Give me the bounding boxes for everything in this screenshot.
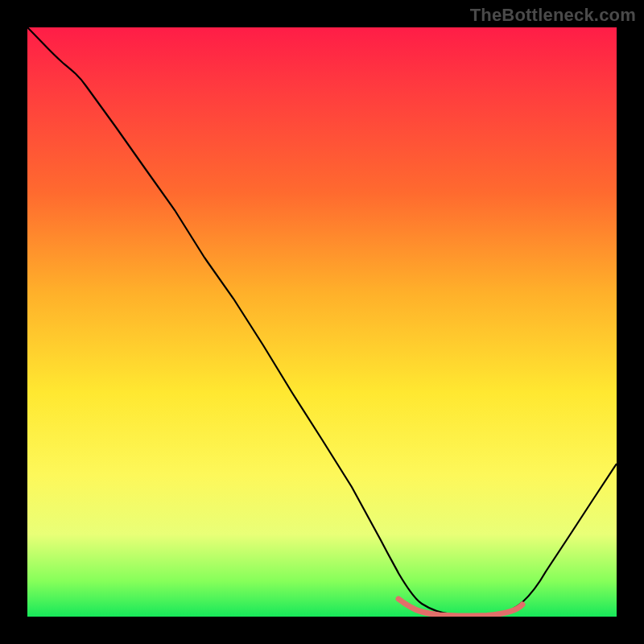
watermark-text: TheBottleneck.com xyxy=(470,5,636,26)
curve-bottom-highlight-path xyxy=(398,599,522,616)
plot-area xyxy=(27,27,617,617)
bottleneck-curve xyxy=(27,27,617,617)
chart-frame: TheBottleneck.com xyxy=(0,0,644,644)
curve-main-path xyxy=(27,27,617,616)
